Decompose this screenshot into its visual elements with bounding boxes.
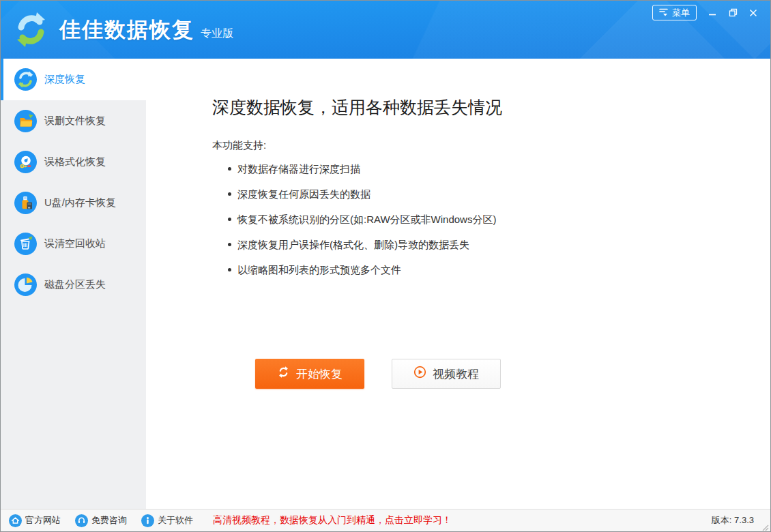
- minimize-button[interactable]: [702, 5, 723, 20]
- page-title: 深度数据恢复，适用各种数据丢失情况: [212, 96, 502, 119]
- consult-icon: [75, 514, 88, 527]
- sidebar: 深度恢复 误删文件恢复: [1, 59, 146, 509]
- maximize-button[interactable]: [723, 5, 743, 20]
- free-consult-link[interactable]: 免费咨询: [75, 514, 127, 527]
- close-button[interactable]: [743, 5, 763, 20]
- start-recovery-button[interactable]: 开始恢复: [255, 359, 364, 389]
- about-icon: [141, 514, 154, 527]
- sidebar-item-partition-loss[interactable]: 磁盘分区丢失: [1, 264, 146, 305]
- sidebar-item-label: U盘/内存卡恢复: [44, 196, 116, 209]
- recycle-bin-recovery-icon: [14, 233, 37, 255]
- app-window: 佳佳数据恢复 专业版 菜单: [0, 0, 771, 532]
- format-recovery-icon: [14, 151, 37, 173]
- sidebar-item-label: 磁盘分区丢失: [44, 278, 106, 291]
- action-buttons: 开始恢复 视频教程: [255, 359, 501, 389]
- feature-item: 深度恢复任何原因丢失的数据: [228, 181, 496, 207]
- sidebar-item-label: 深度恢复: [44, 73, 85, 86]
- feature-item: 恢复不被系统识别的分区(如:RAW分区或非Windows分区): [228, 207, 496, 232]
- app-logo-icon: [12, 11, 50, 48]
- app-title: 佳佳数据恢复: [59, 16, 194, 44]
- partition-loss-icon: [14, 274, 37, 296]
- support-heading: 本功能支持:: [212, 139, 266, 152]
- resize-grip[interactable]: [761, 522, 769, 530]
- feature-list: 对数据存储器进行深度扫描 深度恢复任何原因丢失的数据 恢复不被系统识别的分区(如…: [228, 156, 496, 282]
- sidebar-item-format-recovery[interactable]: 误格式化恢复: [1, 141, 146, 182]
- statusbar: 官方网站 免费咨询 关于软件 高清视频教程，数据恢复从入门到精通，点击立即: [1, 509, 770, 531]
- promo-link[interactable]: 高清视频教程，数据恢复从入门到精通，点击立即学习！: [213, 514, 452, 527]
- feature-item: 对数据存储器进行深度扫描: [228, 156, 496, 181]
- video-tutorial-label: 视频教程: [433, 366, 479, 382]
- official-website-link[interactable]: 官方网站: [9, 514, 61, 527]
- sidebar-item-recycle-bin-recovery[interactable]: 误清空回收站: [1, 223, 146, 264]
- feature-item: 以缩略图和列表的形式预览多个文件: [228, 257, 496, 282]
- sidebar-item-label: 误删文件恢复: [44, 115, 106, 128]
- menu-button-label: 菜单: [672, 7, 690, 19]
- menu-button[interactable]: 菜单: [652, 5, 697, 20]
- main-content: 深度数据恢复，适用各种数据丢失情况 本功能支持: 对数据存储器进行深度扫描 深度…: [146, 59, 770, 509]
- start-recovery-label: 开始恢复: [296, 366, 343, 382]
- usb-card-recovery-icon: [14, 192, 37, 214]
- sidebar-item-usb-card-recovery[interactable]: U盘/内存卡恢复: [1, 182, 146, 223]
- titlebar-controls: 菜单: [652, 5, 763, 20]
- sidebar-item-deep-recovery[interactable]: 深度恢复: [1, 59, 146, 100]
- free-consult-label: 免费咨询: [91, 514, 127, 527]
- about-software-link[interactable]: 关于软件: [141, 514, 193, 527]
- deleted-file-recovery-icon: [14, 110, 37, 132]
- refresh-icon: [277, 366, 290, 382]
- app-title-group: 佳佳数据恢复 专业版: [59, 1, 233, 59]
- version-label: 版本: 7.3.3: [712, 514, 754, 527]
- sidebar-item-label: 误清空回收站: [44, 237, 106, 250]
- menu-icon: [659, 8, 669, 18]
- window-buttons: [702, 5, 763, 20]
- video-tutorial-button[interactable]: 视频教程: [392, 359, 501, 389]
- official-website-label: 官方网站: [25, 514, 61, 527]
- app-edition-badge: 专业版: [201, 27, 233, 41]
- titlebar: 佳佳数据恢复 专业版 菜单: [1, 1, 770, 59]
- deep-recovery-icon: [14, 68, 37, 91]
- about-software-label: 关于软件: [158, 514, 193, 527]
- home-icon: [9, 514, 22, 527]
- sidebar-item-deleted-file-recovery[interactable]: 误删文件恢复: [1, 100, 146, 141]
- play-icon: [413, 366, 426, 382]
- sidebar-item-label: 误格式化恢复: [44, 156, 106, 168]
- feature-item: 深度恢复用户误操作(格式化、删除)导致的数据丢失: [228, 232, 496, 257]
